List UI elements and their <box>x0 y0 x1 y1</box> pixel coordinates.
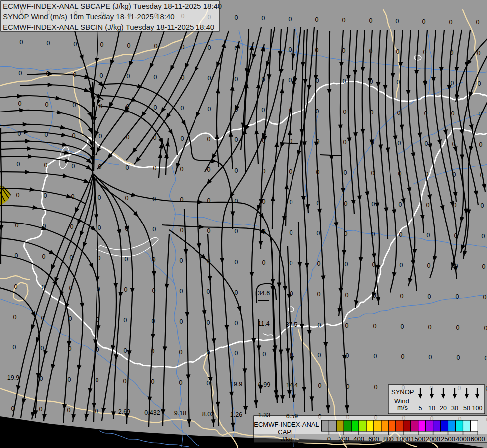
svg-text:0: 0 <box>68 376 71 383</box>
svg-text:2.69: 2.69 <box>118 408 130 415</box>
svg-text:4000: 4000 <box>456 435 470 443</box>
svg-text:8.02: 8.02 <box>202 411 214 418</box>
svg-text:0: 0 <box>207 380 210 387</box>
svg-text:0: 0 <box>154 104 157 111</box>
svg-text:0: 0 <box>208 44 211 51</box>
svg-text:ECMWF-INDEX-ANAL: ECMWF-INDEX-ANAL <box>254 421 319 428</box>
svg-text:0: 0 <box>289 16 292 23</box>
svg-text:0: 0 <box>289 168 292 175</box>
svg-text:0: 0 <box>369 17 373 24</box>
svg-text:0: 0 <box>344 200 348 207</box>
svg-text:30: 30 <box>451 405 458 412</box>
svg-text:0: 0 <box>67 407 71 414</box>
svg-text:0: 0 <box>427 232 430 239</box>
svg-text:0: 0 <box>345 322 349 329</box>
svg-text:0: 0 <box>262 259 266 266</box>
svg-text:0: 0 <box>151 378 155 385</box>
svg-text:CAPE: CAPE <box>278 428 295 436</box>
svg-text:0: 0 <box>396 48 400 55</box>
svg-text:0: 0 <box>20 39 23 46</box>
svg-text:0: 0 <box>152 287 156 294</box>
svg-text:0: 0 <box>100 72 103 79</box>
svg-text:0: 0 <box>235 14 238 21</box>
svg-text:0: 0 <box>124 347 127 354</box>
svg-text:0: 0 <box>289 46 292 53</box>
svg-text:800: 800 <box>383 435 394 443</box>
svg-text:0: 0 <box>13 344 16 351</box>
svg-text:0: 0 <box>16 192 20 199</box>
svg-text:0: 0 <box>345 261 348 268</box>
svg-text:0: 0 <box>235 350 238 357</box>
svg-text:0: 0 <box>401 323 404 330</box>
svg-text:0: 0 <box>374 353 377 360</box>
svg-text:0: 0 <box>373 323 377 330</box>
svg-text:0: 0 <box>181 135 184 142</box>
svg-text:0: 0 <box>98 224 101 231</box>
svg-text:34.6: 34.6 <box>258 290 270 297</box>
svg-text:0: 0 <box>235 167 238 174</box>
svg-text:0: 0 <box>426 202 430 209</box>
svg-text:0: 0 <box>44 192 47 199</box>
svg-text:0: 0 <box>45 101 49 108</box>
svg-text:0: 0 <box>401 353 405 360</box>
svg-text:0: 0 <box>125 195 129 202</box>
svg-text:0: 0 <box>456 293 459 300</box>
svg-text:0: 0 <box>315 16 319 23</box>
svg-text:0: 0 <box>290 260 293 267</box>
svg-text:0: 0 <box>476 19 480 26</box>
svg-text:0: 0 <box>317 230 320 237</box>
svg-text:600: 600 <box>368 435 379 443</box>
svg-text:0: 0 <box>207 319 210 326</box>
svg-text:0.432: 0.432 <box>144 409 160 416</box>
svg-text:0: 0 <box>70 224 74 230</box>
svg-text:0: 0 <box>400 262 403 269</box>
svg-text:ECMWF-INDEX-ANAL SBCIN (J/kg): ECMWF-INDEX-ANAL SBCIN (J/kg) Tuesday 18… <box>3 23 214 31</box>
svg-text:1.26: 1.26 <box>230 411 242 418</box>
svg-text:0: 0 <box>18 100 22 107</box>
svg-text:0: 0 <box>180 257 183 264</box>
svg-text:0: 0 <box>124 317 127 324</box>
svg-text:0: 0 <box>262 15 265 22</box>
svg-text:0: 0 <box>95 408 98 415</box>
svg-text:0: 0 <box>327 435 331 443</box>
svg-text:SYNOP Wind (m/s) 10m Tuesday 1: SYNOP Wind (m/s) 10m Tuesday 18-11-2025 … <box>3 12 175 21</box>
svg-text:0: 0 <box>235 198 238 205</box>
svg-text:0: 0 <box>71 193 75 200</box>
svg-text:0: 0 <box>100 41 104 48</box>
svg-text:0: 0 <box>123 378 127 385</box>
svg-text:0: 0 <box>47 40 50 47</box>
svg-text:0: 0 <box>208 106 211 112</box>
svg-text:0: 0 <box>18 130 21 137</box>
svg-text:0: 0 <box>428 293 431 300</box>
svg-text:1500: 1500 <box>411 435 425 443</box>
svg-text:0: 0 <box>180 227 184 234</box>
svg-text:0: 0 <box>207 197 211 204</box>
svg-text:ECMWF-INDEX-ANAL SBCAPE (J/kg): ECMWF-INDEX-ANAL SBCAPE (J/kg) Tuesday 1… <box>3 2 222 10</box>
svg-text:0: 0 <box>342 17 346 24</box>
svg-text:0: 0 <box>180 166 184 173</box>
svg-text:0: 0 <box>372 201 375 208</box>
svg-text:0: 0 <box>477 50 481 57</box>
svg-text:0: 0 <box>449 19 453 26</box>
svg-text:10: 10 <box>428 405 435 412</box>
svg-text:0: 0 <box>262 107 265 113</box>
svg-text:0: 0 <box>154 43 158 50</box>
svg-text:SYNOP: SYNOP <box>391 388 414 396</box>
svg-text:0: 0 <box>44 162 48 169</box>
svg-text:0: 0 <box>289 77 292 84</box>
svg-text:0: 0 <box>318 322 321 329</box>
svg-text:11.4: 11.4 <box>258 320 269 327</box>
svg-text:0: 0 <box>13 314 17 321</box>
svg-text:0: 0 <box>343 139 347 146</box>
svg-text:1.33: 1.33 <box>258 412 270 419</box>
svg-text:37.5: 37.5 <box>286 321 297 328</box>
svg-text:0: 0 <box>428 324 432 331</box>
svg-text:0: 0 <box>422 18 426 25</box>
svg-text:0: 0 <box>374 384 378 391</box>
svg-text:J/kg: J/kg <box>281 435 292 443</box>
svg-text:0: 0 <box>235 228 238 235</box>
svg-text:0: 0 <box>235 259 238 266</box>
svg-text:20: 20 <box>440 405 447 412</box>
svg-text:0: 0 <box>399 201 402 208</box>
svg-text:0: 0 <box>207 288 210 295</box>
